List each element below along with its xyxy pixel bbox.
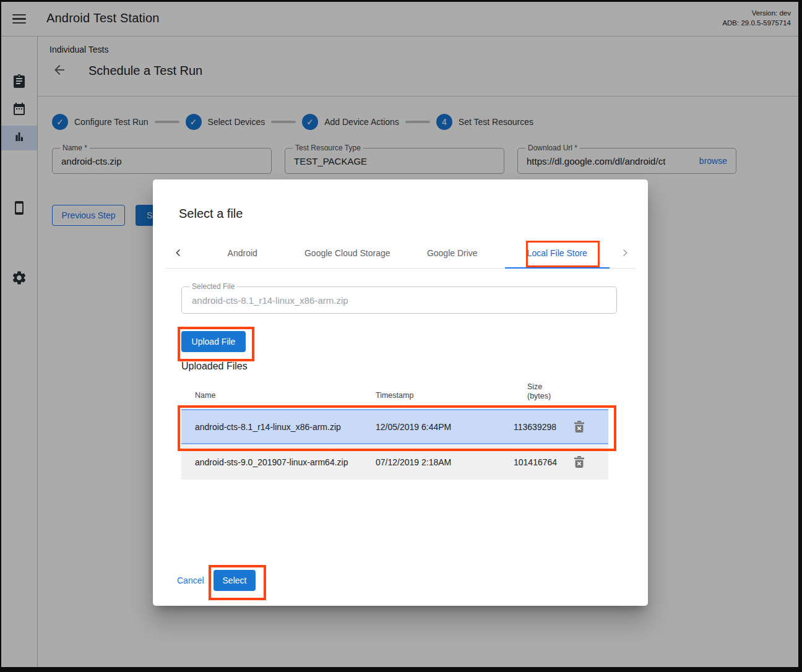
table-row[interactable]: android-sts-9.0_201907-linux-arm64.zip 0… — [181, 444, 608, 480]
column-header-name: Name — [195, 391, 215, 400]
column-header-timestamp: Timestamp — [376, 391, 413, 400]
select-file-dialog: Select a file Android Google Cloud Stora… — [153, 179, 648, 606]
tab-google-drive[interactable]: Google Drive — [400, 238, 505, 268]
tab-list: Android Google Cloud Storage Google Driv… — [190, 238, 610, 268]
cancel-button[interactable]: Cancel — [177, 575, 204, 585]
active-tab-indicator — [505, 267, 610, 269]
chevron-right-icon[interactable] — [620, 248, 629, 260]
delete-forever-icon[interactable] — [574, 421, 586, 433]
selected-file-label: Selected File — [189, 282, 237, 291]
select-button[interactable]: Select — [213, 570, 256, 591]
tabs-header: Android Google Cloud Storage Google Driv… — [165, 238, 636, 269]
selected-file-field[interactable]: Selected File android-cts-8.1_r14-linux_… — [181, 286, 617, 314]
file-name-cell: android-cts-8.1_r14-linux_x86-arm.zip — [195, 422, 341, 432]
timestamp-cell: 07/12/2019 2:18AM — [376, 457, 451, 467]
table-row-selected[interactable]: android-cts-8.1_r14-linux_x86-arm.zip 12… — [181, 409, 608, 444]
size-cell: 101416764 — [514, 457, 561, 467]
column-header-size: Size (bytes) — [527, 382, 551, 401]
timestamp-cell: 12/05/2019 6:44PM — [376, 422, 451, 432]
delete-forever-icon[interactable] — [574, 456, 586, 468]
tab-local-file-store[interactable]: Local File Store — [505, 238, 610, 268]
chevron-left-icon[interactable] — [174, 248, 183, 260]
file-name-cell: android-sts-9.0_201907-linux-arm64.zip — [195, 457, 348, 467]
dialog-title: Select a file — [179, 207, 243, 221]
files-table-header: Name Timestamp Size (bytes) — [181, 382, 608, 407]
size-cell: 113639298 — [514, 422, 561, 432]
app-window: Android Test Station Version: dev ADB: 2… — [1, 2, 798, 667]
uploaded-files-heading: Uploaded Files — [181, 361, 248, 372]
tab-google-cloud-storage[interactable]: Google Cloud Storage — [295, 238, 400, 268]
upload-file-button[interactable]: Upload File — [181, 331, 246, 352]
selected-file-value: android-cts-8.1_r14-linux_x86-arm.zip — [182, 287, 616, 313]
tab-android[interactable]: Android — [190, 238, 295, 268]
